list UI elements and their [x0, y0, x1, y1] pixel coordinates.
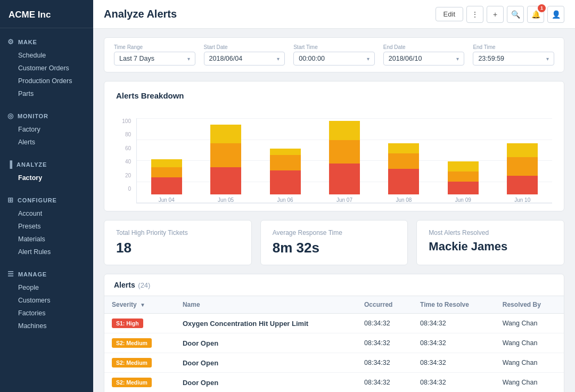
cell-occurred-1: 08:34:32 — [357, 333, 413, 353]
alerts-count: (24) — [136, 281, 151, 289]
sidebar-section-header-make[interactable]: ⚙ MAKE — [0, 35, 93, 49]
make-label: MAKE — [18, 39, 37, 45]
filter-start-time: Start Time 00:00:00 ▾ — [293, 44, 375, 66]
cell-severity-0: S1: High — [104, 314, 175, 333]
sidebar-section-header-configure[interactable]: ⊞ CONFIGURE — [0, 193, 93, 207]
analyze-label: ANALYZE — [17, 161, 47, 168]
main-content: Analyze Alerts Edit ⋮ + 🔍 🔔 1 👤 — [93, 0, 575, 392]
sidebar-item-presets[interactable]: Presets — [0, 220, 93, 233]
cell-occurred-0: 08:34:32 — [357, 314, 413, 333]
bar-segment-1-0 — [210, 125, 241, 143]
sidebar-item-factories[interactable]: Factories — [0, 307, 93, 320]
configure-label: CONFIGURE — [18, 197, 57, 203]
sidebar-item-parts[interactable]: Parts — [0, 87, 93, 100]
y-label-0: 0 — [116, 186, 131, 192]
sidebar-section-header-manage[interactable]: ☰ MANAGE — [0, 267, 93, 281]
cell-resolved-by-2: Wang Chan — [495, 353, 564, 373]
col-severity[interactable]: Severity ▼ — [104, 296, 175, 314]
severity-badge-1: S2: Medium — [112, 338, 152, 348]
start-date-select[interactable]: 2018/06/04 ▾ — [204, 52, 285, 66]
start-time-select[interactable]: 00:00:00 ▾ — [293, 52, 375, 66]
bar-segment-3-0 — [329, 121, 360, 140]
table-row: S2: Medium Door Open 08:34:32 08:34:32 W… — [104, 373, 564, 393]
add-icon: + — [493, 10, 497, 19]
end-date-select[interactable]: 2018/06/10 ▾ — [383, 52, 465, 66]
sidebar-item-analyze-factory[interactable]: Factory — [0, 172, 93, 184]
sidebar-item-monitor-factory[interactable]: Factory — [0, 123, 93, 136]
bar-segment-3-1 — [329, 140, 360, 164]
time-range-chevron: ▾ — [187, 56, 190, 62]
alert-name-3: Door Open — [183, 379, 218, 387]
severity-badge-0: S1: High — [112, 318, 143, 328]
sidebar-item-customers[interactable]: Customers — [0, 294, 93, 307]
cell-resolved-by-1: Wang Chan — [495, 333, 564, 353]
bar-segment-1-1 — [210, 143, 241, 167]
sidebar-item-materials[interactable]: Materials — [0, 233, 93, 246]
sidebar-item-alerts[interactable]: Alerts — [0, 136, 93, 149]
sidebar-section-header-monitor[interactable]: ◎ MONITOR — [0, 109, 93, 123]
sidebar-item-people[interactable]: People — [0, 281, 93, 294]
user-profile-button[interactable]: 👤 — [547, 6, 564, 23]
sidebar-item-machines[interactable]: Machines — [0, 320, 93, 332]
bar-label-4: Jun 08 — [396, 197, 412, 203]
search-button[interactable]: 🔍 — [507, 6, 524, 23]
severity-badge-3: S2: Medium — [112, 378, 152, 387]
y-label-100: 100 — [116, 118, 131, 124]
end-time-value: 23:59:59 — [478, 55, 504, 62]
col-resolved-by: Resolved By — [495, 296, 564, 314]
start-time-value: 00:00:00 — [299, 55, 325, 62]
sidebar-section-configure: ⊞ CONFIGURE Account Presets Materials Al… — [0, 186, 93, 260]
monitor-label: MONITOR — [18, 113, 48, 119]
bar-segment-2-1 — [270, 155, 301, 170]
time-range-label: Time Range — [114, 44, 195, 50]
alerts-title: Alerts — [114, 281, 135, 289]
sidebar-item-production-orders[interactable]: Production Orders — [0, 75, 93, 87]
col-name: Name — [175, 296, 299, 314]
y-label-80: 80 — [116, 132, 131, 137]
monitor-icon: ◎ — [7, 112, 14, 120]
cell-name-2: Door Open — [175, 353, 357, 373]
bar-segment-3-2 — [329, 164, 360, 194]
bar-segment-2-0 — [270, 149, 301, 156]
sidebar-item-alert-rules[interactable]: Alert Rules — [0, 246, 93, 258]
cell-time-to-resolve-1: 08:34:32 — [413, 333, 495, 353]
more-options-button[interactable]: ⋮ — [466, 6, 483, 23]
stat-total-hp-value: 18 — [116, 240, 240, 256]
bar-segment-4-2 — [388, 169, 419, 194]
stat-most-resolved-label: Most Alerts Resolved — [429, 229, 552, 236]
end-time-select[interactable]: 23:59:59 ▾ — [473, 52, 554, 66]
stat-total-high-priority: Total High Priority Tickets 18 — [104, 220, 252, 265]
bar-segment-5-0 — [448, 161, 479, 172]
bar-label-6: Jun 10 — [514, 197, 530, 203]
app-logo: ACME Inc — [0, 0, 93, 28]
chart-section: Alerts Breakdown 100 80 60 40 20 0 — [104, 81, 564, 211]
search-icon: 🔍 — [511, 10, 520, 19]
cell-occurred-2: 08:34:32 — [357, 353, 413, 373]
sidebar-section-header-analyze[interactable]: ▐ ANALYZE — [0, 157, 93, 172]
add-button[interactable]: + — [487, 6, 504, 23]
filter-bar: Time Range Last 7 Days ▾ Start Date 2018… — [104, 37, 564, 72]
chart-bar-stack-4 — [388, 143, 419, 194]
notifications-button[interactable]: 🔔 1 — [527, 6, 544, 23]
stat-avg-resp-label: Average Response Time — [273, 229, 396, 236]
chart-bar-stack-5 — [448, 161, 479, 194]
bar-label-0: Jun 04 — [159, 197, 175, 203]
edit-button[interactable]: Edit — [436, 7, 463, 21]
sort-icon: ▼ — [140, 302, 145, 308]
configure-icon: ⊞ — [7, 196, 14, 204]
user-icon: 👤 — [552, 10, 561, 19]
sidebar-item-schedule[interactable]: Schedule — [0, 49, 93, 62]
stat-most-resolved: Most Alerts Resolved Mackie James — [416, 220, 564, 265]
cell-name-1: Door Open — [175, 333, 357, 353]
end-time-label: End Time — [473, 44, 554, 50]
bar-label-5: Jun 09 — [455, 197, 471, 203]
chart-bar-stack-0 — [151, 159, 182, 194]
filter-time-range: Time Range Last 7 Days ▾ — [114, 44, 195, 66]
sidebar-item-customer-orders[interactable]: Customer Orders — [0, 62, 93, 75]
chart-bar-stack-1 — [210, 125, 241, 194]
time-range-select[interactable]: Last 7 Days ▾ — [114, 52, 195, 66]
sidebar-item-account[interactable]: Account — [0, 207, 93, 220]
alert-name-2: Door Open — [183, 359, 218, 367]
filter-end-time: End Time 23:59:59 ▾ — [473, 44, 554, 66]
topbar-actions: Edit ⋮ + 🔍 🔔 1 👤 — [436, 6, 564, 23]
